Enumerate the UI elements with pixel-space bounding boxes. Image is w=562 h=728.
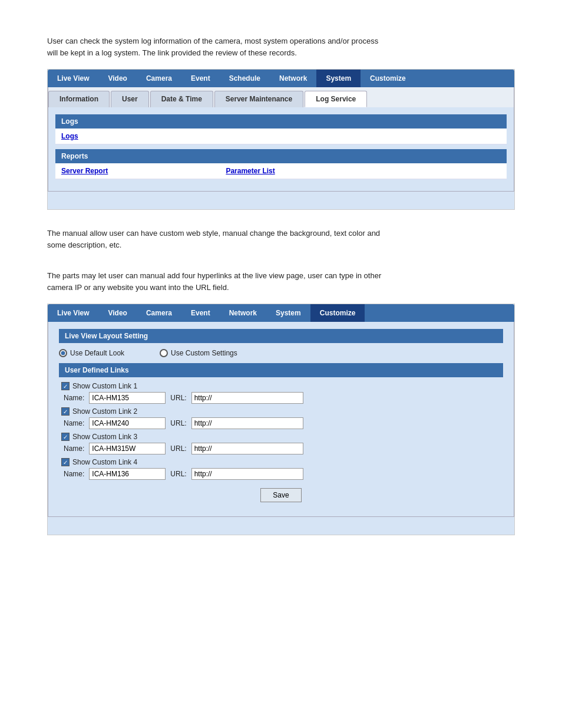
- link-check-row-2: ✓ Show Custom Link 2: [61, 407, 501, 416]
- reports-link-row: Server Report Parameter List: [55, 163, 507, 179]
- default-radio-label: Use Default Look: [70, 349, 124, 357]
- logs-header: Logs: [55, 114, 507, 129]
- tab-log-service[interactable]: Log Service: [305, 91, 367, 107]
- save-button[interactable]: Save: [260, 488, 301, 502]
- description-3: The parts may let user can manual add fo…: [47, 270, 515, 293]
- tab-information[interactable]: Information: [48, 91, 110, 107]
- nav-video-2[interactable]: Video: [98, 304, 136, 322]
- nav-camera-2[interactable]: Camera: [137, 304, 181, 322]
- nav-network-1[interactable]: Network: [270, 70, 316, 87]
- link-input-row-4: Name: URL:: [64, 468, 501, 480]
- nav-system-1[interactable]: System: [316, 70, 361, 87]
- tab-date-time[interactable]: Date & Time: [150, 91, 213, 107]
- url-input-2[interactable]: [191, 417, 303, 429]
- logs-link-row: Logs: [55, 129, 507, 144]
- screenshot-frame-2: Live View Video Camera Event Network Sys…: [47, 304, 515, 535]
- logs-section: Logs Logs: [55, 114, 507, 144]
- name-label-4: Name:: [64, 470, 84, 478]
- nav-camera-1[interactable]: Camera: [137, 70, 181, 87]
- url-label-3: URL:: [170, 444, 186, 453]
- user-defined-header: User Defined Links: [59, 363, 503, 377]
- screenshot-frame-1: Live View Video Camera Event Schedule Ne…: [47, 69, 515, 210]
- nav-schedule-1[interactable]: Schedule: [220, 70, 270, 87]
- link-check-row-1: ✓ Show Custom Link 1: [61, 382, 501, 390]
- nav-bar-1: Live View Video Camera Event Schedule Ne…: [48, 70, 514, 87]
- link-group-3: ✓ Show Custom Link 3 Name: URL:: [59, 433, 503, 454]
- name-label-2: Name:: [64, 419, 84, 427]
- nav-system-2[interactable]: System: [266, 304, 310, 322]
- nav-live-view-2[interactable]: Live View: [48, 304, 98, 322]
- tab-server-maintenance[interactable]: Server Maintenance: [214, 91, 303, 107]
- nav-customize-2[interactable]: Customize: [310, 304, 365, 322]
- log-service-panel: Logs Logs Reports Server Report Paramete…: [48, 107, 514, 192]
- customize-panel: Live View Layout Setting Use Default Loo…: [48, 322, 514, 517]
- link-group-4: ✓ Show Custom Link 4 Name: URL:: [59, 458, 503, 480]
- link-group-2: ✓ Show Custom Link 2 Name: URL:: [59, 407, 503, 429]
- reports-header: Reports: [55, 149, 507, 163]
- nav-network-2[interactable]: Network: [220, 304, 266, 322]
- url-label-4: URL:: [170, 470, 186, 478]
- link-check-label-1: Show Custom Link 1: [72, 382, 137, 390]
- name-input-1[interactable]: [89, 392, 166, 404]
- parameter-list-link[interactable]: Parameter List: [226, 167, 275, 175]
- name-input-3[interactable]: [89, 443, 166, 454]
- url-input-3[interactable]: [191, 443, 303, 454]
- link-group-1: ✓ Show Custom Link 1 Name: URL:: [59, 382, 503, 404]
- nav-live-view-1[interactable]: Live View: [48, 70, 98, 87]
- checkbox-link-1[interactable]: ✓: [61, 382, 70, 390]
- checkbox-link-3[interactable]: ✓: [61, 433, 70, 441]
- description-2: The manual allow user can have custom we…: [47, 228, 515, 251]
- link-check-row-3: ✓ Show Custom Link 3: [61, 433, 501, 441]
- nav-video-1[interactable]: Video: [98, 70, 136, 87]
- reports-section: Reports Server Report Parameter List: [55, 149, 507, 179]
- use-default-option[interactable]: Use Default Look: [59, 349, 124, 357]
- name-input-2[interactable]: [89, 417, 166, 429]
- checkbox-link-2[interactable]: ✓: [61, 407, 70, 416]
- use-custom-option[interactable]: Use Custom Settings: [160, 349, 237, 357]
- url-label-2: URL:: [170, 419, 186, 427]
- layout-radio-row: Use Default Look Use Custom Settings: [59, 349, 503, 357]
- link-check-label-4: Show Custom Link 4: [72, 458, 137, 466]
- name-input-4[interactable]: [89, 468, 166, 480]
- save-row: Save: [59, 488, 503, 502]
- nav-event-2[interactable]: Event: [181, 304, 220, 322]
- link-input-row-1: Name: URL:: [64, 392, 501, 404]
- name-label-3: Name:: [64, 444, 84, 453]
- link-input-row-3: Name: URL:: [64, 443, 501, 454]
- customize-inner: Live View Layout Setting Use Default Loo…: [48, 322, 514, 509]
- nav-event-1[interactable]: Event: [181, 70, 220, 87]
- logs-link[interactable]: Logs: [61, 132, 78, 140]
- nav-customize-1[interactable]: Customize: [361, 70, 415, 87]
- custom-radio-label: Use Custom Settings: [171, 349, 237, 357]
- checkbox-link-4[interactable]: ✓: [61, 458, 70, 466]
- link-input-row-2: Name: URL:: [64, 417, 501, 429]
- default-radio-filled[interactable]: [59, 349, 67, 357]
- url-label-1: URL:: [170, 394, 186, 402]
- url-input-1[interactable]: [191, 392, 303, 404]
- tab-bar-1: Information User Date & Time Server Main…: [48, 87, 514, 107]
- nav-bar-2: Live View Video Camera Event Network Sys…: [48, 304, 514, 322]
- description-1: User can check the system log informatio…: [47, 35, 515, 58]
- url-input-4[interactable]: [191, 468, 303, 480]
- link-check-row-4: ✓ Show Custom Link 4: [61, 458, 501, 466]
- live-view-layout-header: Live View Layout Setting: [59, 329, 503, 343]
- custom-radio-empty[interactable]: [160, 349, 168, 357]
- name-label-1: Name:: [64, 394, 84, 402]
- link-check-label-3: Show Custom Link 3: [72, 433, 137, 441]
- link-check-label-2: Show Custom Link 2: [72, 407, 137, 416]
- tab-user[interactable]: User: [111, 91, 149, 107]
- server-report-link[interactable]: Server Report: [61, 167, 108, 175]
